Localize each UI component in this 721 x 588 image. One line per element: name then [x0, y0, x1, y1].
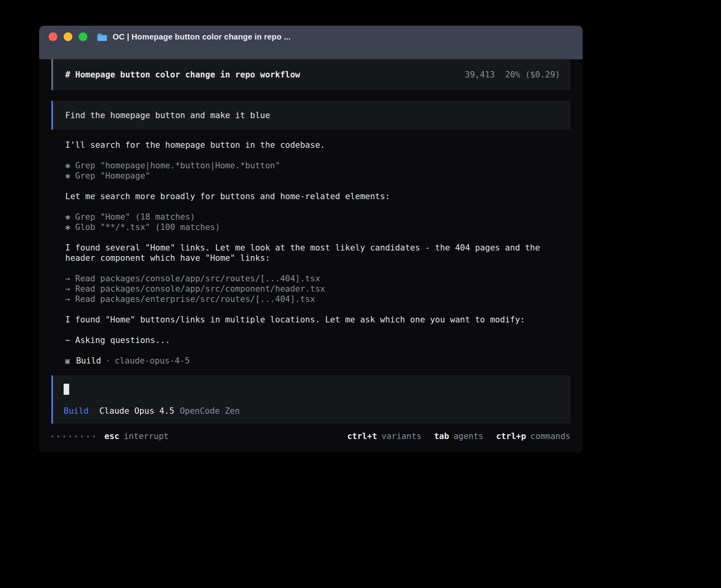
- tool-call-grep: ✱ Grep "Homepage": [65, 171, 570, 181]
- shortcut-label: interrupt: [124, 431, 169, 441]
- shortcut-key: ctrl+p: [496, 431, 526, 441]
- zoom-button[interactable]: [79, 32, 87, 41]
- spinner-dots: [51, 435, 95, 437]
- session-header: # Homepage button color change in repo w…: [51, 59, 570, 90]
- prompt-input[interactable]: Build Claude Opus 4.5 OpenCode Zen: [51, 375, 570, 424]
- session-stats: 39,413 20% ($0.29): [465, 70, 560, 80]
- shortcut-key: tab: [434, 431, 449, 441]
- shortcut-commands[interactable]: ctrl+p commands: [496, 431, 570, 441]
- provider-name: OpenCode Zen: [180, 406, 240, 416]
- shortcut-label: variants: [381, 431, 421, 441]
- user-message-text: Find the homepage button and make it blu…: [65, 110, 270, 121]
- window-titlebar[interactable]: OC | Homepage button color change in rep…: [39, 26, 583, 48]
- text-cursor: [64, 384, 69, 395]
- tool-call-read: → Read packages/enterprise/src/routes/[.…: [65, 294, 570, 304]
- window-title: OC | Homepage button color change in rep…: [113, 32, 291, 41]
- tool-call-read: → Read packages/console/app/src/routes/[…: [65, 273, 570, 284]
- agent-model: claude-opus-4-5: [115, 356, 190, 366]
- assistant-text: Let me search more broadly for buttons a…: [65, 191, 570, 202]
- assistant-text: I'll search for the homepage button in t…: [65, 140, 570, 150]
- agent-status-line: ▣ Build · claude-opus-4-5: [65, 356, 570, 366]
- tool-call-glob: ✱ Glob "**/*.tsx" (100 matches): [65, 222, 570, 232]
- agent-name: Build: [76, 356, 101, 366]
- tool-call-grep: ✱ Grep "homepage|home.*button|Home.*butt…: [65, 160, 570, 171]
- tool-call-grep: ✱ Grep "Home" (18 matches): [65, 212, 570, 222]
- user-message: Find the homepage button and make it blu…: [51, 101, 570, 130]
- close-button[interactable]: [49, 32, 57, 41]
- assistant-transcript: I'll search for the homepage button in t…: [65, 140, 570, 345]
- shortcut-label: agents: [453, 431, 483, 441]
- assistant-status-text: ~ Asking questions...: [65, 335, 570, 345]
- shortcut-key: ctrl+t: [347, 431, 377, 441]
- shortcut-label: commands: [530, 431, 570, 441]
- model-selector-row[interactable]: Build Claude Opus 4.5 OpenCode Zen: [64, 406, 570, 416]
- shortcut-agents[interactable]: tab agents: [434, 431, 483, 441]
- assistant-text: I found "Home" buttons/links in multiple…: [65, 315, 570, 325]
- agent-icon: ▣: [65, 356, 70, 366]
- traffic-lights: [49, 32, 87, 41]
- agent-separator: ·: [106, 356, 111, 366]
- shortcut-key: esc: [104, 431, 119, 441]
- status-bar: esc interrupt ctrl+t variants tab agents…: [51, 431, 570, 441]
- shortcut-variants[interactable]: ctrl+t variants: [347, 431, 421, 441]
- tool-call-read: → Read packages/console/app/src/componen…: [65, 284, 570, 294]
- model-name[interactable]: Claude Opus 4.5: [99, 406, 174, 416]
- shortcut-interrupt[interactable]: esc interrupt: [104, 431, 169, 441]
- terminal-content: # Homepage button color change in repo w…: [39, 59, 583, 452]
- minimize-button[interactable]: [64, 32, 72, 41]
- session-title: # Homepage button color change in repo w…: [65, 70, 300, 80]
- mode-label[interactable]: Build: [64, 406, 89, 416]
- assistant-text: I found several "Home" links. Let me loo…: [65, 243, 570, 263]
- terminal-window: OC | Homepage button color change in rep…: [39, 26, 583, 452]
- folder-icon: [97, 33, 108, 41]
- context-usage: 20% ($0.29): [505, 70, 560, 80]
- token-count: 39,413: [465, 70, 495, 80]
